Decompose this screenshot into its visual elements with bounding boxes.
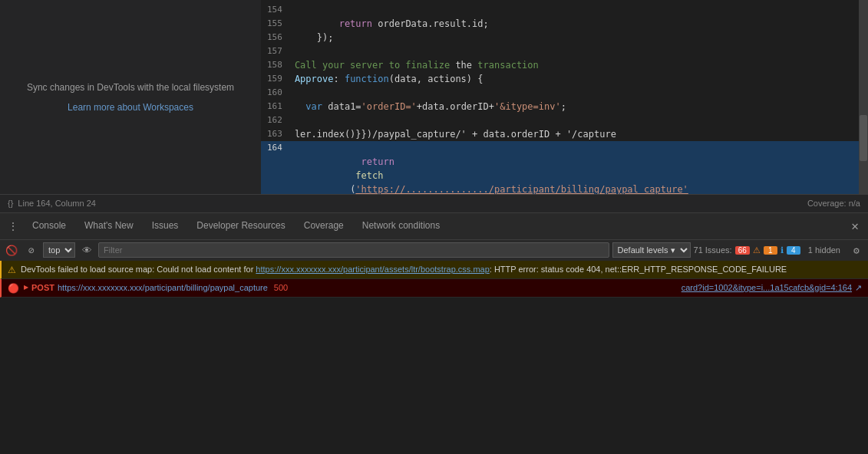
console-messages: ⚠ DevTools failed to load source map: Co… [0, 261, 868, 455]
issues-red-badge: 66 [735, 246, 750, 255]
error-message-text: ▶ POST https://xxx.xxxxxxx.xxx/participa… [24, 281, 682, 294]
clear-console-button[interactable]: 🚫 [3, 242, 20, 258]
console-error-message: 🔴 ▶ POST https://xxx.xxxxxxx.xxx/partici… [0, 279, 868, 298]
issues-summary: 71 Issues: 66 ⚠ 1 ℹ 4 [694, 245, 800, 255]
learn-more-link[interactable]: Learn more about Workspaces [68, 102, 193, 113]
code-line: 154 [261, 3, 859, 17]
eye-icon[interactable]: 👁 [78, 242, 95, 258]
left-panel: Sync changes in DevTools with the local … [0, 0, 261, 194]
filter-input[interactable] [104, 245, 604, 255]
error-icon: 🔴 [8, 282, 19, 294]
issues-yellow-badge: 1 [764, 246, 777, 255]
post-label: POST [31, 281, 54, 294]
tab-issues[interactable]: Issues [143, 212, 188, 239]
settings-button[interactable]: ⚙ [848, 242, 865, 258]
code-lines: 154 155 return orderData.result.id; 156 … [261, 0, 859, 194]
filter-input-wrap [98, 242, 609, 258]
status-left: {} Line 164, Column 24 [8, 199, 96, 208]
source-map-url[interactable]: https://xxx.xxxxxxx.xxx/participant/asse… [256, 265, 489, 274]
code-line: 161 var data1='orderID='+data.orderID+'&… [261, 100, 859, 114]
cursor-position: Line 164, Column 24 [18, 199, 96, 208]
log-level-dropdown[interactable]: Default levels ▾ [612, 242, 691, 258]
tab-whats-new[interactable]: What's New [75, 212, 143, 239]
vertical-scrollbar-thumb[interactable] [860, 115, 867, 161]
code-line: 155 return orderData.result.id; [261, 17, 859, 31]
error-url[interactable]: https://xxx.xxxxxxx.xxx/participant/bill… [58, 281, 268, 294]
tab-network-conditions[interactable]: Network conditions [353, 212, 449, 239]
issues-blue-badge: 4 [787, 246, 800, 255]
code-line: 162 [261, 114, 859, 127]
console-warning-message: ⚠ DevTools failed to load source map: Co… [0, 261, 868, 279]
close-devtools-button[interactable]: ✕ [845, 219, 865, 233]
code-status-bar: {} Line 164, Column 24 Coverage: n/a [0, 194, 868, 212]
curly-brace-icon: {} [8, 199, 13, 208]
info-icon: ℹ [781, 245, 784, 255]
tab-developer-resources[interactable]: Developer Resources [187, 212, 294, 239]
code-line: 160 [261, 86, 859, 100]
code-line: 156 }); [261, 31, 859, 44]
code-line-164: 164 return fetch ('https://.............… [261, 141, 859, 194]
code-line: 159 Approve: function(data, actions) { [261, 72, 859, 86]
devtools-tabs: ⋮ Console What's New Issues Developer Re… [0, 212, 868, 239]
tab-coverage[interactable]: Coverage [295, 212, 353, 239]
warning-icon: ⚠ [753, 245, 761, 255]
code-area: Sync changes in DevTools with the local … [0, 0, 868, 194]
console-filter-bar: 🚫 ⊘ top 👁 Default levels ▾ 71 Issues: 66… [0, 239, 868, 261]
code-line: 163 ler.index()}})/paypal_capture/' + da… [261, 127, 859, 141]
stop-icon[interactable]: ⊘ [23, 242, 40, 258]
tab-console[interactable]: Console [23, 212, 75, 239]
sync-text: Sync changes in DevTools with the local … [27, 81, 234, 94]
context-selector[interactable]: top [43, 242, 75, 258]
open-in-new-icon[interactable]: ↗ [855, 281, 862, 294]
code-line: 158 Call your server to finalize the tra… [261, 58, 859, 72]
code-editor: 154 155 return orderData.result.id; 156 … [261, 0, 859, 194]
error-source-link[interactable]: card?id=1002&itype=i...1a15cafcb&gid=4:1… [682, 281, 852, 294]
devtools-menu-icon[interactable]: ⋮ [3, 216, 23, 236]
warning-icon: ⚠ [8, 264, 16, 276]
status-code: 500 [274, 281, 288, 294]
issues-label: 71 Issues: [694, 245, 732, 255]
code-line: 157 [261, 44, 859, 58]
coverage-label: Coverage: n/a [807, 199, 860, 208]
warning-message-text: DevTools failed to load source map: Coul… [21, 263, 862, 275]
vertical-scrollbar[interactable] [859, 0, 868, 194]
triangle-icon: ▶ [24, 281, 28, 294]
error-post-row: ▶ POST https://xxx.xxxxxxx.xxx/participa… [24, 281, 682, 294]
hidden-count: 1 hidden [804, 245, 845, 255]
